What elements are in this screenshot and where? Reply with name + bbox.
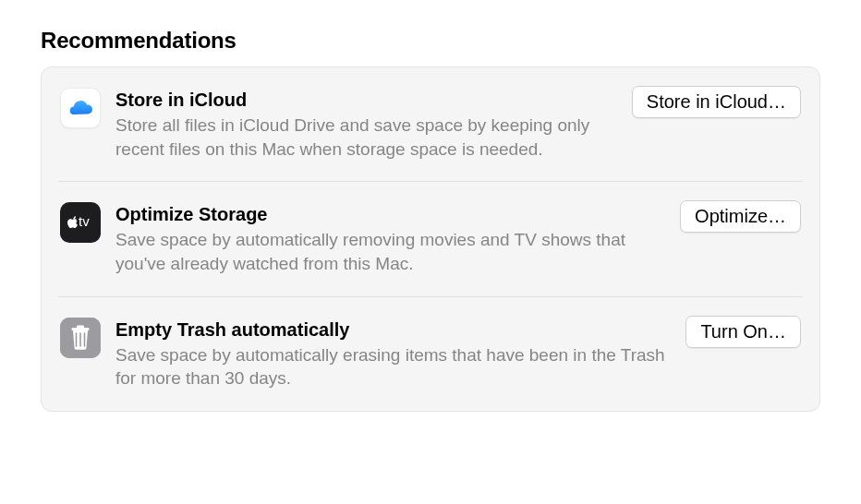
trash-icon [60, 318, 101, 358]
icloud-icon [60, 88, 101, 128]
store-in-icloud-button[interactable]: Store in iCloud… [632, 86, 801, 118]
text-column: Empty Trash automatically Save space by … [115, 318, 673, 390]
item-title: Empty Trash automatically [115, 318, 673, 342]
item-description: Store all files in iCloud Drive and save… [115, 114, 619, 161]
row-content: Optimize Storage Save space by automatic… [115, 202, 801, 275]
section-title: Recommendations [41, 28, 820, 54]
item-description: Save space by automatically erasing item… [115, 343, 673, 390]
recommendation-row-icloud: Store in iCloud Store all files in iClou… [58, 67, 803, 182]
apple-tv-icon: tv [60, 202, 101, 243]
recommendations-panel: Store in iCloud Store all files in iClou… [41, 66, 820, 412]
text-column: Optimize Storage Save space by automatic… [115, 202, 667, 275]
optimize-button[interactable]: Optimize… [680, 200, 801, 233]
turn-on-button[interactable]: Turn On… [685, 316, 801, 348]
svg-rect-3 [77, 325, 84, 328]
item-title: Optimize Storage [115, 202, 667, 226]
item-description: Save space by automatically removing mov… [115, 228, 667, 275]
svg-text:tv: tv [79, 213, 90, 229]
text-column: Store in iCloud Store all files in iClou… [115, 88, 619, 161]
recommendation-row-optimize: tv Optimize Storage Save space by automa… [58, 182, 803, 296]
recommendation-row-trash: Empty Trash automatically Save space by … [58, 297, 803, 411]
row-content: Store in iCloud Store all files in iClou… [115, 88, 801, 161]
row-content: Empty Trash automatically Save space by … [115, 318, 801, 390]
item-title: Store in iCloud [115, 88, 619, 112]
